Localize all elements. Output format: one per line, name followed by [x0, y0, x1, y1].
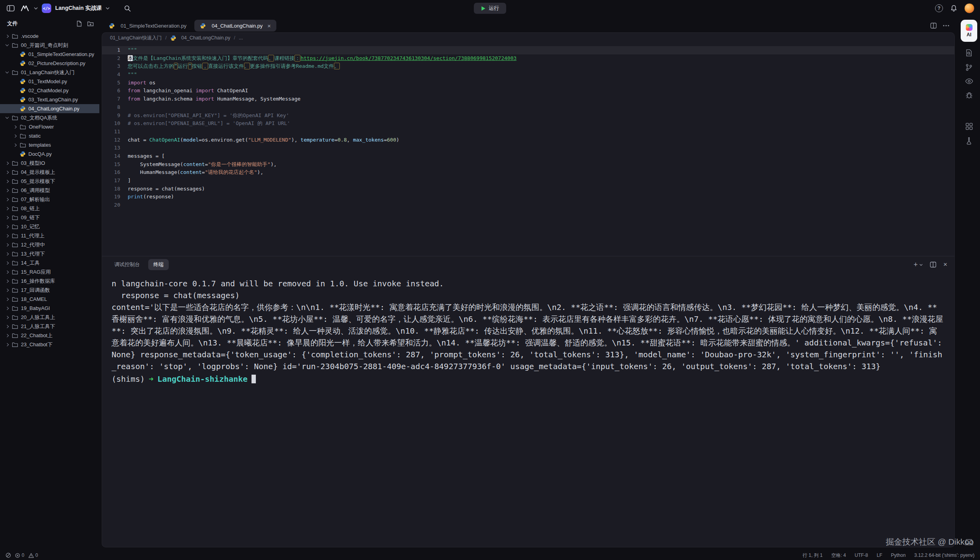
code-line[interactable]: 5import os [102, 79, 954, 87]
line-number[interactable]: 6 [102, 87, 120, 95]
code-line[interactable]: 15 SystemMessage(content="你是一个很棒的智能助手"), [102, 161, 954, 169]
tree-item[interactable]: 10_记忆 [0, 222, 99, 231]
tree-item[interactable]: 00_开篇词_奇点时刻 [0, 41, 99, 50]
tree-item[interactable]: 11_代理上 [0, 231, 99, 240]
new-terminal-icon[interactable]: + [914, 261, 923, 268]
code-line[interactable]: 11 [102, 128, 954, 136]
code-line[interactable]: 8 [102, 103, 954, 112]
code-line[interactable]: 16 HumanMessage(content="请给我的花店起个名"), [102, 168, 954, 177]
close-panel-icon[interactable]: × [943, 261, 947, 269]
code-line[interactable]: 3您可以点击右上方的“运行”按钮，直接运行该文件。更多操作指引请参考Readme… [102, 62, 954, 71]
code-line[interactable]: 20 [102, 201, 954, 209]
code-line[interactable]: 10# os.environ["OPENAI_BASE_URL"] = 'Ope… [102, 119, 954, 128]
tree-item[interactable]: OneFlower [0, 122, 99, 131]
chevron-down-icon[interactable] [106, 7, 110, 9]
line-number[interactable]: 7 [102, 95, 120, 103]
panel-tab[interactable]: 调试控制台 [109, 259, 145, 270]
split-terminal-icon[interactable] [930, 261, 936, 268]
tree-item[interactable]: 03_模型IO [0, 159, 99, 168]
chevron-down-icon[interactable] [34, 7, 38, 9]
encoding[interactable]: UTF-8 [855, 553, 868, 558]
search-icon[interactable] [122, 3, 132, 13]
remote-icon[interactable] [6, 553, 11, 558]
tree-item[interactable]: .vscode [0, 32, 99, 41]
problems-indicator[interactable]: 0 0 [15, 553, 38, 558]
code-line[interactable]: 12chat = ChatOpenAI(model=os.environ.get… [102, 136, 954, 144]
tree-item[interactable]: 19_BabyAGI [0, 304, 99, 313]
tree-item[interactable]: 08_链上 [0, 204, 99, 213]
eye-icon[interactable] [965, 78, 973, 84]
language-mode[interactable]: Python [891, 553, 905, 558]
tree-item[interactable]: 09_链下 [0, 213, 99, 222]
tree-item[interactable]: 02_ChatModel.py [0, 86, 99, 95]
source-control-icon[interactable] [965, 63, 973, 71]
code-line[interactable]: 13 [102, 144, 954, 152]
tree-item[interactable]: 12_代理中 [0, 240, 99, 249]
line-number[interactable]: 18 [102, 185, 120, 193]
grid-icon[interactable] [965, 123, 973, 130]
line-number[interactable]: 3 [102, 62, 120, 71]
code-line[interactable]: 7from langchain.schema import HumanMessa… [102, 95, 954, 103]
code-line[interactable]: 4""" [102, 71, 954, 79]
tree-item[interactable]: 04_ChatLongChain.py [0, 104, 99, 113]
code-line[interactable]: 17] [102, 177, 954, 185]
line-number[interactable]: 5 [102, 79, 120, 87]
line-number[interactable]: 12 [102, 136, 120, 144]
sidebar-toggle-icon[interactable] [6, 3, 16, 13]
breadcrumb[interactable]: 01_LangChain快速入门/04_ChatLongChain.py/... [102, 33, 954, 43]
tree-item[interactable]: DocQA.py [0, 149, 99, 159]
code-line[interactable]: 19print(response) [102, 193, 954, 201]
code-line[interactable]: 14messages = [ [102, 152, 954, 161]
line-number[interactable]: 15 [102, 161, 120, 169]
tree-item[interactable]: 01_SimpleTextGeneration.py [0, 50, 99, 59]
tree-item[interactable]: 02_文档QA系统 [0, 113, 99, 122]
code-line[interactable]: 1""" [102, 46, 954, 54]
tree-item[interactable]: 05_提示模板下 [0, 177, 99, 186]
line-number[interactable]: 16 [102, 168, 120, 177]
eol[interactable]: LF [877, 553, 882, 558]
tree-item[interactable]: 13_代理下 [0, 249, 99, 258]
tree-item[interactable]: 22_Chatbot上 [0, 331, 99, 340]
terminal[interactable]: n langchain-core 0.1.7 and will be remov… [102, 273, 954, 547]
tree-item[interactable]: 03_TextLangChain.py [0, 95, 99, 104]
tree-item[interactable]: 14_工具 [0, 258, 99, 267]
new-file-icon[interactable] [76, 21, 82, 27]
bell-icon[interactable] [948, 3, 959, 13]
close-tab-icon[interactable]: × [267, 23, 271, 29]
line-number[interactable]: 9 [102, 112, 120, 120]
bug-icon[interactable] [965, 91, 973, 99]
line-number[interactable]: 8 [102, 103, 120, 112]
tree-item[interactable]: static [0, 131, 99, 140]
tree-item[interactable]: templates [0, 140, 99, 149]
line-number[interactable]: 2 [102, 54, 120, 63]
breadcrumb-item[interactable]: 01_LangChain快速入门 [110, 35, 162, 41]
tree-item[interactable]: 16_操作数据库 [0, 276, 99, 286]
editor-tab[interactable]: 04_ChatLongChain.py× [194, 20, 276, 32]
line-number[interactable]: 17 [102, 177, 120, 185]
tree-item[interactable]: 23_Chatbot下 [0, 340, 99, 349]
breadcrumb-item[interactable]: 04_ChatLongChain.py [170, 35, 230, 41]
flask-icon[interactable] [965, 137, 973, 145]
code-line[interactable]: 9# os.environ["OPENAI_API_KEY"] = '你的Ope… [102, 112, 954, 120]
tree-item[interactable]: 15_RAG应用 [0, 267, 99, 276]
indentation[interactable]: 空格: 4 [831, 552, 846, 559]
tree-item[interactable]: 18_CAMEL [0, 295, 99, 304]
tree-item[interactable]: 21_人脉工具下 [0, 322, 99, 331]
cursor-position[interactable]: 行 1, 列 1 [803, 552, 823, 559]
file-search-icon[interactable] [965, 49, 973, 57]
more-icon[interactable] [943, 25, 949, 26]
tree-item[interactable]: 02_PictureDescription.py [0, 59, 99, 68]
tree-item[interactable]: 01_TextModel.py [0, 77, 99, 86]
avatar[interactable] [964, 3, 974, 13]
code-editor[interactable]: 1"""2本文件是【LangChain系统安装和快速入门】章节的配套代码。课程链… [102, 43, 954, 256]
python-interpreter[interactable]: 3.12.2 64-bit ('shims': pyenv) [914, 553, 974, 558]
line-number[interactable]: 10 [102, 119, 120, 128]
tree-item[interactable]: 04_提示模板上 [0, 168, 99, 177]
editor-tab[interactable]: 01_SimpleTextGeneration.py [103, 20, 192, 32]
line-number[interactable]: 19 [102, 193, 120, 201]
line-number[interactable]: 20 [102, 201, 120, 209]
line-number[interactable]: 4 [102, 71, 120, 79]
help-icon[interactable]: ? [935, 4, 943, 12]
line-number[interactable]: 14 [102, 152, 120, 161]
line-number[interactable]: 13 [102, 144, 120, 152]
